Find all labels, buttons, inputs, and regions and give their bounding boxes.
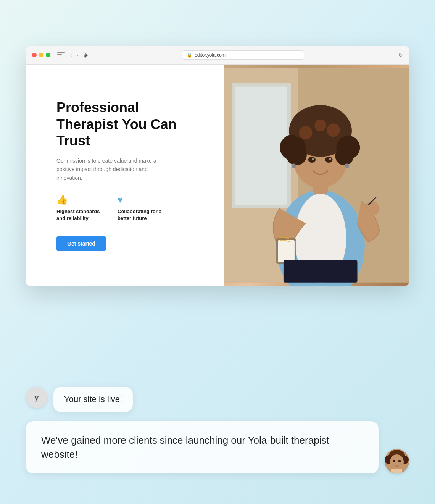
maximize-button[interactable] bbox=[46, 53, 50, 57]
forward-button[interactable]: › bbox=[75, 51, 80, 59]
features-row: 👍 Highest standards and reliability ♥ Co… bbox=[56, 194, 201, 222]
svg-point-37 bbox=[398, 460, 401, 462]
hero-left: Professional Therapist You Can Trust Our… bbox=[26, 65, 224, 286]
feature-label-2: Collaborating for a better future bbox=[118, 208, 163, 222]
browser-window: ‹ › ◈ 🔒 editor.yola.com ↻ Professional T… bbox=[26, 46, 409, 286]
chat-bubble-1: Your site is live! bbox=[53, 387, 133, 412]
nav-arrows: ‹ › bbox=[69, 51, 80, 59]
sidebar-toggle[interactable] bbox=[57, 52, 65, 58]
svg-point-12 bbox=[286, 145, 307, 165]
lock-icon: 🔒 bbox=[187, 53, 192, 58]
svg-point-28 bbox=[365, 201, 380, 216]
svg-point-25 bbox=[329, 158, 331, 160]
svg-point-23 bbox=[325, 157, 332, 163]
browser-toolbar: ‹ › ◈ 🔒 editor.yola.com ↻ bbox=[26, 46, 409, 65]
svg-point-24 bbox=[312, 158, 314, 160]
chat-row-1: y Your site is live! bbox=[26, 387, 409, 412]
chat-text-2: We've gained more clients since launchin… bbox=[41, 435, 329, 460]
yola-avatar: y bbox=[26, 387, 47, 408]
svg-point-27 bbox=[345, 164, 350, 168]
chat-row-2: We've gained more clients since launchin… bbox=[26, 421, 409, 473]
shield-icon: ◈ bbox=[84, 52, 88, 58]
hero-right bbox=[224, 65, 409, 286]
chat-section: y Your site is live! We've gained more c… bbox=[26, 387, 409, 473]
traffic-lights bbox=[32, 53, 50, 57]
svg-rect-3 bbox=[235, 87, 287, 205]
svg-point-21 bbox=[327, 123, 340, 137]
back-button[interactable]: ‹ bbox=[69, 51, 74, 59]
reload-button[interactable]: ↻ bbox=[398, 52, 403, 58]
yola-letter: y bbox=[35, 393, 39, 402]
svg-rect-38 bbox=[392, 469, 402, 473]
hero-description: Our mission is to create value and make … bbox=[56, 157, 163, 182]
svg-point-20 bbox=[314, 120, 326, 131]
svg-point-22 bbox=[308, 157, 316, 163]
svg-point-26 bbox=[292, 164, 296, 168]
thumbs-up-icon: 👍 bbox=[56, 194, 102, 205]
close-button[interactable] bbox=[32, 53, 37, 57]
feature-label-1: Highest standards and reliability bbox=[56, 208, 102, 222]
svg-point-36 bbox=[393, 460, 395, 462]
hero-image bbox=[224, 65, 409, 286]
chat-bubble-2: We've gained more clients since launchin… bbox=[26, 421, 379, 473]
svg-rect-7 bbox=[278, 240, 295, 262]
minimize-button[interactable] bbox=[39, 53, 44, 57]
svg-point-14 bbox=[335, 147, 353, 165]
chat-text-1: Your site is live! bbox=[64, 394, 122, 404]
user-avatar bbox=[385, 449, 409, 473]
get-started-button[interactable]: Get started bbox=[56, 236, 106, 251]
feature-item-1: 👍 Highest standards and reliability bbox=[56, 194, 102, 222]
address-bar[interactable]: 🔒 editor.yola.com bbox=[182, 50, 304, 60]
svg-point-35 bbox=[390, 454, 404, 470]
svg-point-19 bbox=[299, 126, 313, 139]
hero-title: Professional Therapist You Can Trust bbox=[56, 99, 201, 149]
heart-icon: ♥ bbox=[118, 194, 163, 205]
url-text: editor.yola.com bbox=[195, 52, 226, 58]
svg-rect-30 bbox=[284, 260, 358, 283]
feature-item-2: ♥ Collaborating for a better future bbox=[118, 194, 163, 222]
browser-content: Professional Therapist You Can Trust Our… bbox=[26, 65, 409, 286]
